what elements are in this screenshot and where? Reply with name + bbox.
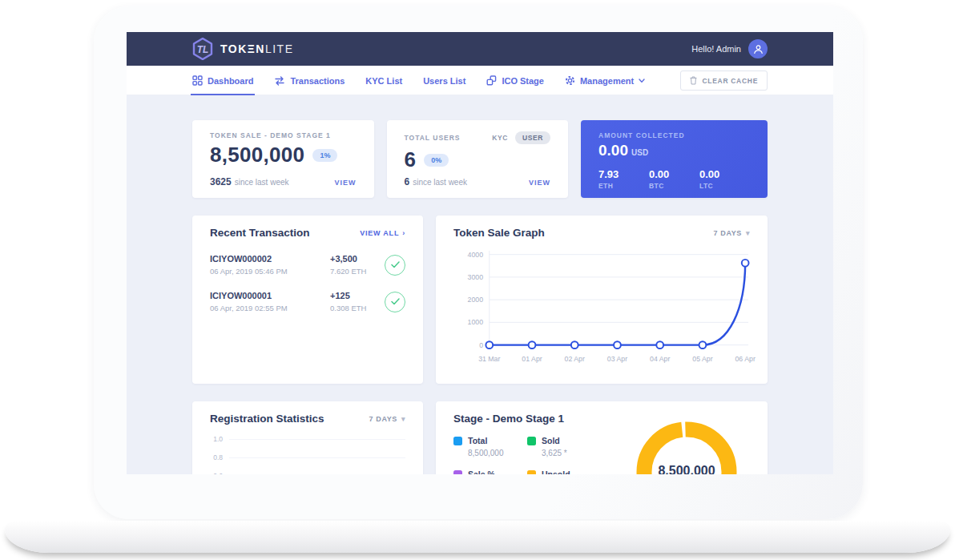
legend-value: 8,500,000: [468, 449, 527, 457]
tab-label: KYC List: [365, 76, 402, 86]
gear-icon: [565, 75, 575, 86]
svg-text:02 Apr: 02 Apr: [565, 355, 585, 363]
gridline: [229, 439, 405, 440]
user-area: Hello! Admin: [691, 39, 768, 58]
legend-item-sold: Sold 3,625 *: [527, 436, 601, 457]
transaction-row[interactable]: ICIYOW000002 06 Apr, 2019 05:46 PM +3,50…: [210, 254, 405, 276]
legend-swatch: [453, 437, 462, 445]
person-icon: [753, 44, 764, 54]
token-sale-graph-card: Token Sale Graph 7 DAYS▾ 010002000300040…: [436, 216, 768, 384]
toggle-kyc[interactable]: KYC: [492, 134, 508, 142]
stage-legend: Total 8,500,000 Sold 3,625 *: [453, 436, 614, 474]
registration-period-dropdown[interactable]: 7 DAYS▾: [369, 415, 405, 423]
delta-value: 6: [405, 176, 410, 187]
toggle-user[interactable]: USER: [515, 131, 550, 144]
svg-text:4000: 4000: [468, 251, 484, 259]
stage-donut-gauge: 8,500,000 TLE: [627, 409, 747, 474]
graph-period-dropdown[interactable]: 7 DAYS▾: [714, 229, 750, 237]
svg-text:3000: 3000: [468, 273, 484, 281]
tab-dashboard[interactable]: Dashboard: [192, 66, 253, 95]
tab-users-list[interactable]: Users List: [423, 66, 465, 95]
recent-transactions-title: Recent Transaction: [210, 227, 310, 239]
dashboard-content: TOKEN SALE - DEMO STAGE 1 8,500,000 1% 3…: [127, 95, 833, 474]
transaction-row[interactable]: ICIYOW000001 06 Apr, 2019 02:55 PM +125 …: [210, 291, 405, 312]
top-navbar: TL TOKΞNLITE Hello! Admin: [127, 32, 833, 66]
token-sale-value: 8,500,000: [210, 143, 304, 167]
tab-label: ICO Stage: [502, 76, 544, 86]
legend-label: Unsold: [542, 469, 570, 474]
swap-arrows-icon: [274, 76, 285, 86]
legend-swatch: [453, 470, 462, 475]
token-sale-view-link[interactable]: VIEW: [334, 179, 356, 187]
transaction-amount: +3,500: [330, 254, 385, 264]
ltc-label: LTC: [699, 182, 750, 190]
tab-kyc-list[interactable]: KYC List: [365, 66, 402, 95]
total-users-view-link[interactable]: VIEW: [529, 179, 550, 187]
transaction-converted: 7.620 ETH: [330, 267, 385, 276]
nav-tabs: Dashboard Transactions KYC List Users Li…: [192, 66, 645, 95]
amount-eth: 7.93 ETH: [598, 167, 649, 190]
tab-label: Management: [580, 76, 634, 86]
svg-text:03 Apr: 03 Apr: [607, 355, 627, 363]
legend-label: Total: [468, 436, 487, 445]
tab-ico-stage[interactable]: ICO Stage: [486, 66, 544, 95]
brand-logo[interactable]: TL TOKΞNLITE: [192, 38, 294, 60]
svg-text:1000: 1000: [468, 318, 484, 326]
total-users-label: TOTAL USERS: [405, 134, 461, 142]
chevron-down-icon: ▾: [401, 415, 405, 423]
clear-cache-button[interactable]: CLEAR CACHE: [680, 71, 768, 91]
amount-collected-main: 0.00USD: [598, 142, 750, 159]
user-avatar[interactable]: [748, 39, 768, 58]
legend-item-sale-pct: Sale %: [453, 469, 527, 474]
greeting-text: Hello! Admin: [691, 44, 741, 54]
confirmed-check-icon: [385, 255, 405, 276]
token-sale-delta: 3625since last week: [210, 174, 289, 188]
amount-breakdown: 7.93 ETH 0.00 BTC 0.00 LTC: [598, 167, 750, 190]
legend-label: Sale %: [468, 469, 495, 474]
delta-value: 3625: [210, 176, 232, 187]
registration-statistics-title: Registration Statistics: [210, 413, 324, 425]
eth-label: ETH: [598, 182, 649, 190]
tab-management[interactable]: Management: [565, 66, 645, 95]
device-mockup: TL TOKΞNLITE Hello! Admin: [0, 0, 955, 560]
transaction-id: ICIYOW000002: [210, 254, 330, 264]
total-users-delta: 6since last week: [405, 174, 468, 188]
amount-usd-currency: USD: [631, 148, 648, 157]
legend-label: Sold: [542, 436, 560, 445]
svg-text:05 Apr: 05 Apr: [692, 355, 712, 363]
axis-tick: 0.6: [210, 472, 405, 474]
grid-icon: [192, 75, 203, 86]
amount-btc: 0.00 BTC: [649, 167, 699, 190]
transaction-amount: +125: [330, 291, 385, 300]
amount-ltc: 0.00 LTC: [699, 167, 750, 190]
wordmark-bold: TOKΞN: [220, 42, 265, 55]
chevron-down-icon: [639, 79, 645, 83]
gauge-center-value: 8,500,000: [658, 464, 715, 475]
eth-value: 7.93: [598, 168, 619, 180]
tab-label: Dashboard: [208, 76, 253, 86]
stage-title: Stage - Demo Stage 1: [453, 413, 564, 425]
token-sale-line-chart: 0100020003000400031 Mar01 Apr02 Apr03 Ap…: [453, 244, 750, 365]
transaction-converted: 0.308 ETH: [330, 304, 385, 312]
amount-usd-value: 0.00: [598, 142, 628, 159]
app-window: TL TOKΞNLITE Hello! Admin: [127, 32, 833, 474]
token-sale-card: TOKEN SALE - DEMO STAGE 1 8,500,000 1% 3…: [192, 120, 374, 198]
btc-value: 0.00: [649, 168, 669, 180]
brand-monogram: TL: [197, 44, 209, 55]
tab-label: Users List: [423, 76, 465, 86]
token-sale-graph-title: Token Sale Graph: [453, 227, 545, 239]
registration-statistics-card: Registration Statistics 7 DAYS▾ 1.0 0.8 …: [192, 401, 423, 474]
tab-transactions[interactable]: Transactions: [274, 66, 345, 95]
tick-label: 0.6: [210, 472, 223, 474]
view-all-link[interactable]: VIEW ALL›: [360, 229, 405, 237]
transaction-date: 06 Apr, 2019 02:55 PM: [210, 304, 330, 312]
tick-label: 1.0: [210, 435, 223, 443]
btc-label: BTC: [649, 182, 699, 190]
total-users-card: TOTAL USERS KYC USER 6 0% 6since last we…: [387, 120, 569, 198]
svg-text:0: 0: [479, 341, 483, 349]
stage-card: Stage - Demo Stage 1 Total 8,500,000: [436, 401, 768, 474]
total-users-badge: 0%: [424, 154, 449, 167]
wordmark-light: LITE: [265, 42, 294, 55]
legend-value: 3,625 *: [542, 449, 601, 457]
transaction-id: ICIYOW000001: [210, 291, 330, 300]
